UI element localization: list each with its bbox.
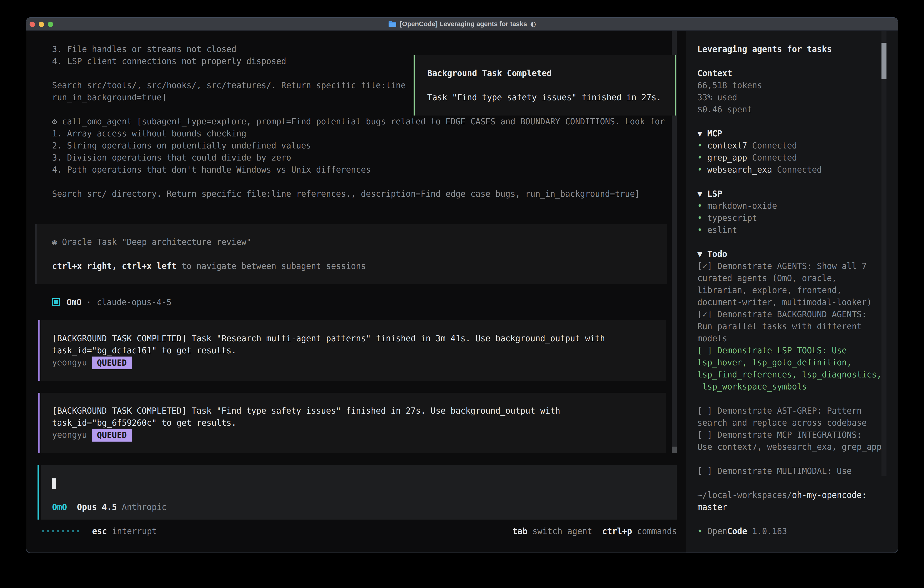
folder-icon [388, 21, 397, 28]
workspace-repo: oh-my-opencode: [792, 490, 867, 500]
message-border [38, 320, 40, 381]
toast-body: Task "Find type safety issues" finished … [427, 92, 662, 102]
task-message-card: [BACKGROUND TASK COMPLETED] Task "Find t… [41, 393, 667, 453]
queued-badge: QUEUED [92, 357, 132, 369]
oracle-task-card: ◉ Oracle Task "Deep architecture review"… [35, 224, 667, 284]
session-title: Leveraging agents for tasks [697, 43, 832, 55]
tool-call-line: ⚙ call_omo_agent [subagent_type=explore,… [52, 116, 665, 127]
bullet-icon: • [697, 201, 707, 211]
mcp-status: Connected [747, 153, 797, 163]
background-task-toast: Background Task Completed Task "Find typ… [414, 55, 676, 116]
mcp-name: context7 [707, 141, 747, 150]
agent-model: claude-opus-4-5 [97, 296, 172, 308]
message-border [38, 393, 40, 453]
brand-code: Code [727, 526, 747, 536]
subagent-nav-hint: to navigate between subagent sessions [177, 261, 366, 271]
gear-icon: ⚙ [52, 117, 57, 126]
opencode-terminal-window: [OpenCode] Leveraging agents for tasks ◐… [26, 17, 898, 553]
lsp-section: ▼ LSP • markdown-oxide • typescript • es… [697, 188, 777, 236]
mcp-name: websearch_exa [707, 165, 772, 175]
todo-pending-items: [ ] Demonstrate AST-GREP: Pattern search… [697, 406, 882, 476]
mcp-status: Connected [772, 165, 822, 175]
mcp-heading: MCP [707, 129, 722, 139]
workspace-branch: master [697, 502, 727, 512]
mcp-section: ▼ MCP • context7 Connected • grep_app Co… [697, 127, 822, 176]
bullet-icon: • [697, 213, 707, 223]
context-stats: 66,518 tokens 33% used $0.46 spent [697, 81, 762, 114]
desktop: [OpenCode] Leveraging agents for tasks ◐… [0, 0, 924, 588]
bullet-icon: • [697, 153, 707, 163]
oracle-task-title: Oracle Task "Deep architecture review" [57, 237, 251, 247]
agent-name: OmO [67, 296, 82, 308]
agent-header: OmO · claude-opus-4-5 [52, 296, 172, 308]
task-message-text: [BACKGROUND TASK COMPLETED] Task "Resear… [52, 334, 605, 355]
spacer [592, 526, 602, 536]
lsp-name: markdown-oxide [707, 201, 777, 211]
scrollback-text-bottom: 1. Array access without bounds checking … [52, 127, 640, 200]
agent-separator: · [86, 296, 91, 308]
queued-badge: QUEUED [92, 429, 132, 441]
todo-done-items: [✓] Demonstrate AGENTS: Show all 7 curat… [697, 261, 872, 344]
context-section: Context 66,518 tokens 33% used $0.46 spe… [697, 67, 762, 116]
mcp-status: Connected [747, 141, 797, 150]
sidebar-scrollbar-thumb[interactable] [881, 43, 886, 79]
bullet-icon: • [697, 141, 707, 150]
scrollback-text-top: 3. File handles or streams not closed 4.… [52, 43, 406, 104]
task-message-card: [BACKGROUND TASK COMPLETED] Task "Resear… [41, 320, 667, 381]
bullet-icon: • [697, 225, 707, 235]
spacer [117, 502, 122, 512]
input-provider-name: Anthropic [122, 502, 167, 512]
lsp-name: typescript [707, 213, 757, 223]
agent-icon [52, 298, 60, 306]
task-message-text: [BACKGROUND TASK COMPLETED] Task "Find t… [52, 406, 560, 428]
oracle-status-icon: ◉ [52, 237, 57, 247]
input-agent-name: OmO [52, 502, 67, 512]
workspace-dir: ~/local-workspaces/ [697, 490, 792, 500]
spacer [87, 358, 92, 367]
input-model-name: Opus 4.5 [77, 502, 117, 512]
main-scrollbar-thumb[interactable] [672, 447, 676, 453]
bullet-icon: • [697, 526, 707, 536]
input-status-line: OmO Opus 4.5 Anthropic [52, 501, 167, 513]
todo-heading: Todo [707, 249, 727, 259]
session-busy-icon: ◐ [530, 18, 536, 30]
app-version: 1.0.163 [747, 526, 787, 536]
task-user: yeongyu [52, 430, 87, 440]
sidebar-scrollbar-track[interactable] [881, 31, 886, 476]
spacer [87, 430, 92, 440]
collapse-triangle-icon[interactable]: ▼ [697, 249, 707, 259]
lsp-heading: LSP [707, 189, 722, 199]
workspace-path: ~/local-workspaces/oh-my-opencode: maste… [697, 489, 867, 513]
subagent-nav-keys: ctrl+x right, ctrl+x left [52, 261, 177, 271]
toast-title: Background Task Completed [427, 68, 552, 78]
text-cursor [52, 478, 56, 489]
spacer [67, 502, 77, 512]
interrupt-hint: esc interrupt [92, 525, 157, 537]
todo-active-item: [ ] Demonstrate LSP TOOLS: Use lsp_hover… [697, 345, 882, 391]
collapse-triangle-icon[interactable]: ▼ [697, 189, 707, 199]
lsp-name: eslint [707, 225, 737, 235]
window-title-area: [OpenCode] Leveraging agents for tasks ◐ [26, 18, 898, 30]
bullet-icon: • [697, 165, 707, 175]
task-user: yeongyu [52, 358, 87, 367]
collapse-triangle-icon[interactable]: ▼ [697, 129, 707, 139]
brand-open: Open [707, 526, 727, 536]
window-title: [OpenCode] Leveraging agents for tasks [400, 18, 527, 30]
version-line: • OpenCode 1.0.163 [697, 525, 787, 537]
keybind-hints: tab switch agent ctrl+p commands [513, 525, 677, 537]
context-heading: Context [697, 68, 732, 78]
input-border [38, 465, 39, 520]
titlebar[interactable]: [OpenCode] Leveraging agents for tasks ◐ [26, 18, 898, 31]
todo-section: ▼ Todo [✓] Demonstrate AGENTS: Show all … [697, 248, 882, 477]
spinner-dots [41, 525, 79, 537]
mcp-name: grep_app [707, 153, 747, 163]
